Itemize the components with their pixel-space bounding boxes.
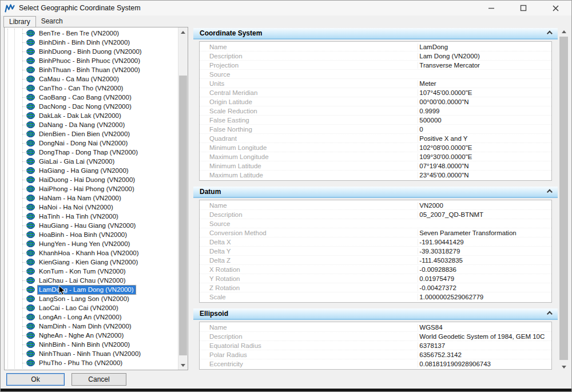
globe-icon [26, 323, 35, 330]
property-label: False Northing [200, 126, 418, 133]
globe-icon [26, 76, 35, 82]
tree-item-label: DaNang - Da Nang (VN2000) [38, 121, 126, 129]
tree-item[interactable]: PhuTho - Phu Tho (VN2000) [5, 358, 177, 367]
tree-item[interactable]: KonTum - Kon Tum (VN2000) [5, 267, 177, 276]
bottom-strip [1, 389, 571, 391]
tree-item[interactable]: NamDinh - Nam Dinh (VN2000) [5, 322, 177, 331]
tree-item[interactable]: BenTre - Ben Tre (VN2000) [5, 29, 177, 38]
tree-item[interactable]: HungYen - Hung Yen (VN2000) [5, 239, 177, 248]
property-label: Y Rotation [200, 275, 418, 282]
property-label: Name [200, 324, 418, 331]
property-label: Source [200, 71, 418, 78]
tab-library[interactable]: Library [3, 16, 36, 27]
collapse-icon[interactable] [547, 189, 553, 195]
tab-search[interactable]: Search [36, 16, 68, 27]
window-title: Select Geographic Coordinate System [19, 4, 141, 12]
property-value: -0.00427372 [418, 284, 551, 291]
datum-header[interactable]: Datum [193, 187, 558, 198]
section-title: Datum [200, 188, 221, 196]
tree-item[interactable]: HauGiang - Hau Giang (VN2000) [5, 221, 177, 230]
property-label: Projection [200, 62, 418, 69]
tree-item[interactable]: LaiChau - Lai Chau (VN2000) [5, 276, 177, 285]
property-label: Polar Radius [200, 351, 418, 358]
tree-item[interactable]: HaTinh - Ha Tinh (VN2000) [5, 212, 177, 221]
tree-item[interactable]: LamDong - Lam Dong (VN2000) [5, 285, 177, 294]
property-value: VN2000 [418, 202, 551, 209]
tree-item-label: HungYen - Hung Yen (VN2000) [38, 240, 132, 248]
property-row: Polar Radius6356752.3142 [200, 350, 551, 359]
properties-scrollbar[interactable] [559, 27, 569, 371]
tree-item-label: HaNam - Ha Nam (VN2000) [38, 194, 123, 203]
collapse-icon[interactable] [547, 30, 553, 36]
coordinate-system-header[interactable]: Coordinate System [193, 28, 558, 39]
tree-item[interactable]: BinhThuan - Binh Thuan (VN2000) [5, 65, 177, 74]
scroll-down-icon[interactable] [178, 361, 188, 370]
tree-item[interactable]: LangSon - Lang Son (VN2000) [5, 294, 177, 303]
property-label: Conversion Method [200, 229, 418, 236]
tree-item-label: BinhDuong - Binh Duong (VN2000) [38, 47, 144, 56]
tree-item[interactable]: CaMau - Ca Mau (VN2000) [5, 74, 177, 84]
tree-item[interactable]: CaoBang - Cao Bang (VN2000) [5, 93, 177, 102]
tree-item-label: BinhThuan - Binh Thuan (VN2000) [38, 66, 142, 74]
tree-item[interactable]: KhanhHoa - Khanh Hoa (VN2000) [5, 248, 177, 258]
collapse-icon[interactable] [547, 311, 553, 316]
tree-item[interactable]: HaiPhong - Hai Phong (VN2000) [5, 184, 177, 193]
tree-item[interactable]: DienBien - Dien Bien (VN2000) [5, 129, 177, 138]
tree-item[interactable]: HoaBinh - Hoa Binh (VN2000) [5, 230, 177, 239]
tree-item[interactable]: NinhBinh - Ninh Binh (VN2000) [5, 340, 177, 349]
tree-item[interactable]: HaiDuong - Hai Duong (VN2000) [5, 175, 177, 184]
property-value: -39.30318279 [418, 248, 551, 255]
tree-item[interactable]: LongAn - Long An (VN2000) [5, 312, 177, 322]
scroll-up-icon[interactable] [559, 27, 569, 36]
tree-item[interactable]: DongThap - Dong Thap (VN2000) [5, 148, 177, 157]
globe-icon [26, 121, 35, 128]
tree-item[interactable]: LaoCai - Lao Cai (VN2000) [5, 303, 177, 312]
ellipsoid-header[interactable]: Ellipsoid [193, 308, 558, 320]
globe-icon [26, 304, 35, 311]
property-label: Maximum Latitude [200, 172, 418, 179]
tree-item[interactable]: DacNong - Dac Nong (VN2000) [5, 102, 177, 111]
tree-item[interactable]: CanTho - Can Tho (VN2000) [5, 84, 177, 93]
tree-item[interactable]: NinhThuan - Ninh Thuan (VN2000) [5, 349, 177, 358]
cancel-button[interactable]: Cancel [72, 373, 126, 386]
property-row: ProjectionTransverse Mercator [200, 61, 551, 70]
tree-scrollbar[interactable] [178, 27, 188, 370]
tree-item[interactable]: NgheAn - Nghe An (VN2000) [5, 331, 177, 340]
tree-item[interactable]: BinhDuong - Binh Duong (VN2000) [5, 47, 177, 56]
tree-item[interactable]: DaNang - Da Nang (VN2000) [5, 120, 177, 129]
globe-icon [26, 39, 35, 46]
property-label: Delta Y [200, 248, 418, 255]
tree-item[interactable]: BinhPhuoc - Binh Phuoc (VN2000) [5, 56, 177, 65]
property-value: 500000 [418, 117, 551, 124]
minimize-button[interactable] [475, 1, 507, 15]
tree-item[interactable]: HaNoi - Ha Noi (VN2000) [5, 203, 177, 212]
property-value: Positive X and Y [418, 135, 551, 142]
tree-item[interactable]: HaNam - Ha Nam (VN2000) [5, 193, 177, 203]
close-button[interactable] [539, 1, 571, 15]
tree-item-label: BinhPhuoc - Binh Phuoc (VN2000) [38, 57, 142, 65]
property-row: False Northing0 [200, 125, 551, 134]
tree-item[interactable]: BinhDinh - Binh Dinh (VN2000) [5, 38, 177, 47]
tree-item[interactable]: DakLak - Dak Lak (VN2000) [5, 111, 177, 120]
tree-item-label: DacNong - Dac Nong (VN2000) [38, 102, 133, 111]
datum-grid: NameVN2000Description05_2007_QD-BTNMTSou… [199, 200, 552, 303]
scroll-up-icon[interactable] [178, 27, 188, 37]
property-row: Y Rotation0.01975479 [200, 274, 551, 283]
property-row: Minimum Latitude07°19'48.0000"N [200, 161, 551, 171]
scroll-down-icon[interactable] [559, 362, 569, 371]
tree-item[interactable]: DongNai - Dong Nai (VN2000) [5, 138, 177, 148]
property-row: NameVN2000 [200, 201, 551, 210]
tree-item[interactable]: HaGiang - Ha Giang (VN2000) [5, 166, 177, 175]
ok-button[interactable]: Ok [6, 373, 65, 386]
tree-item[interactable]: KienGiang - Kien Giang (VN2000) [5, 258, 177, 267]
tree-item[interactable]: GiaLai - Gia Lai (VN2000) [5, 157, 177, 166]
tree-scrollbar-thumb[interactable] [179, 76, 187, 355]
properties-scrollbar-thumb[interactable] [559, 37, 568, 360]
ellipsoid-grid: NameWGS84DescriptionWorld Geodetic Syste… [199, 322, 552, 370]
property-value: -0.00928836 [418, 266, 551, 273]
tree-item-label: NgheAn - Nghe An (VN2000) [38, 331, 125, 340]
globe-icon [26, 85, 35, 92]
property-label: Source [200, 220, 418, 227]
title-bar: Select Geographic Coordinate System [1, 1, 571, 15]
maximize-button[interactable] [507, 1, 539, 15]
